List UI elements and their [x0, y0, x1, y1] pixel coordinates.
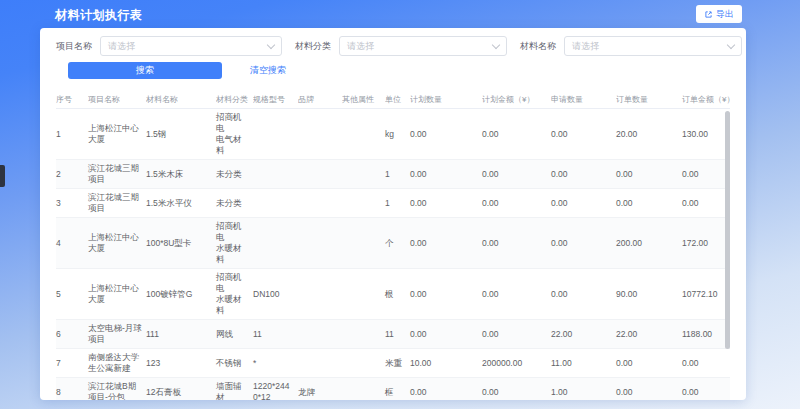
- cell: [342, 291, 385, 297]
- cell: 0.00: [482, 235, 551, 252]
- cell: 100*8U型卡: [146, 235, 216, 252]
- column-header: 规格型号: [253, 94, 298, 105]
- material-name-select[interactable]: 请选择: [564, 36, 742, 56]
- cell: *: [253, 355, 298, 372]
- filter-group-project-name: 项目名称请选择: [56, 36, 282, 56]
- cell: [342, 331, 385, 337]
- cell: 5: [56, 286, 88, 303]
- cell: 20.00: [616, 126, 682, 143]
- cell: 太空电梯-月球项目: [88, 320, 146, 348]
- cell: 11: [385, 326, 410, 343]
- cell: 0.00: [410, 195, 482, 212]
- cell: 0.00: [482, 195, 551, 212]
- cell: 10.00: [410, 355, 482, 372]
- export-button[interactable]: 导出: [696, 5, 742, 23]
- cell: 1: [56, 126, 88, 143]
- cell: 7: [56, 355, 88, 372]
- cell: 0.00: [616, 166, 682, 183]
- cell: [342, 389, 385, 395]
- cell: 0.00: [682, 355, 730, 372]
- cell: 10772.10: [682, 286, 730, 303]
- cell: 南侧盛达大学生公寓新建: [88, 349, 146, 377]
- column-header: 订单数量: [616, 94, 682, 105]
- cell: 130.00: [682, 126, 730, 143]
- cell: 0.00: [410, 166, 482, 183]
- cell: 0.00: [616, 384, 682, 401]
- cell: 0.00: [410, 126, 482, 143]
- cell: 200.00: [616, 235, 682, 252]
- cell: 未分类: [216, 195, 253, 212]
- cell: 111: [146, 326, 216, 343]
- table-body: 1上海松江中心大厦1.5钢招商机电 电气材料kg0.000.000.0020.0…: [56, 109, 730, 400]
- cell: 22.00: [551, 326, 616, 343]
- cell: [342, 171, 385, 177]
- cell: [298, 291, 342, 297]
- cell: [298, 240, 342, 246]
- cell: [253, 131, 298, 137]
- table-row: 2滨江花城三期项目1.5米木床未分类10.000.000.000.000.00: [56, 160, 730, 189]
- cell: 3: [56, 195, 88, 212]
- cell: 1188.00: [682, 326, 730, 343]
- cell: [298, 131, 342, 137]
- cell: 未分类: [216, 166, 253, 183]
- column-header: 品牌: [298, 94, 342, 105]
- column-header: 其他属性: [342, 94, 385, 105]
- cell: 0.00: [551, 126, 616, 143]
- project-name-select[interactable]: 请选择: [100, 36, 282, 56]
- table-row: 6太空电梯-月球项目111网线11110.000.0022.0022.00118…: [56, 320, 730, 349]
- cell: 1: [385, 166, 410, 183]
- column-header: 单位: [385, 94, 410, 105]
- cell: 滨江花城B期项目-分包: [88, 378, 146, 400]
- clear-search-link[interactable]: 清空搜索: [250, 64, 286, 77]
- cell: [253, 171, 298, 177]
- cell: 0.00: [410, 326, 482, 343]
- material-category-select[interactable]: 请选择: [339, 36, 507, 56]
- filter-actions: 搜索 清空搜索: [56, 62, 730, 79]
- chevron-down-icon: [492, 40, 500, 48]
- cell: 0.00: [616, 195, 682, 212]
- cell: 11.00: [551, 355, 616, 372]
- cell: 0.00: [482, 326, 551, 343]
- cell: 0.00: [551, 195, 616, 212]
- cell: [298, 171, 342, 177]
- cell: 框: [385, 384, 410, 401]
- column-header: 项目名称: [88, 94, 146, 105]
- column-header: 计划数量: [410, 94, 482, 105]
- column-header: 材料分类: [216, 94, 253, 105]
- cell: 招商机电 水暖材料: [216, 218, 253, 268]
- select-placeholder: 请选择: [572, 40, 599, 53]
- table-row: 3滨江花城三期项目1.5米水平仪未分类10.000.000.000.000.00: [56, 189, 730, 218]
- filter-label: 材料名称: [520, 40, 556, 53]
- cell: 1.5米木床: [146, 166, 216, 183]
- vertical-scrollbar[interactable]: [725, 111, 730, 349]
- content-card: 项目名称请选择材料分类请选择材料名称请选择 搜索 清空搜索 序号项目名称材料名称…: [40, 28, 746, 400]
- cell: [298, 200, 342, 206]
- cell: 0.00: [410, 286, 482, 303]
- filter-bar: 项目名称请选择材料分类请选择材料名称请选择: [56, 36, 730, 56]
- column-header: 材料名称: [146, 94, 216, 105]
- table-row: 5上海松江中心大厦100镀锌管G招商机电 水暖材料DN100根0.000.000…: [56, 269, 730, 320]
- search-button[interactable]: 搜索: [68, 62, 222, 79]
- cell: [342, 360, 385, 366]
- sidebar-collapse-handle[interactable]: [0, 165, 5, 187]
- cell: 上海松江中心大厦: [88, 229, 146, 257]
- filter-label: 材料分类: [295, 40, 331, 53]
- cell: [298, 360, 342, 366]
- cell: 上海松江中心大厦: [88, 280, 146, 308]
- cell: 0.00: [551, 235, 616, 252]
- cell: 0.00: [551, 286, 616, 303]
- cell: 123: [146, 355, 216, 372]
- cell: [342, 240, 385, 246]
- cell: 不锈钢: [216, 355, 253, 372]
- cell: 22.00: [616, 326, 682, 343]
- cell: 网线: [216, 326, 253, 343]
- cell: 0.00: [482, 166, 551, 183]
- cell: 4: [56, 235, 88, 252]
- cell: 8: [56, 384, 88, 401]
- cell: 0.00: [682, 195, 730, 212]
- cell: 0.00: [482, 384, 551, 401]
- export-label: 导出: [716, 8, 734, 21]
- table-row: 1上海松江中心大厦1.5钢招商机电 电气材料kg0.000.000.0020.0…: [56, 109, 730, 160]
- cell: 滨江花城三期项目: [88, 160, 146, 188]
- cell: 0.00: [551, 166, 616, 183]
